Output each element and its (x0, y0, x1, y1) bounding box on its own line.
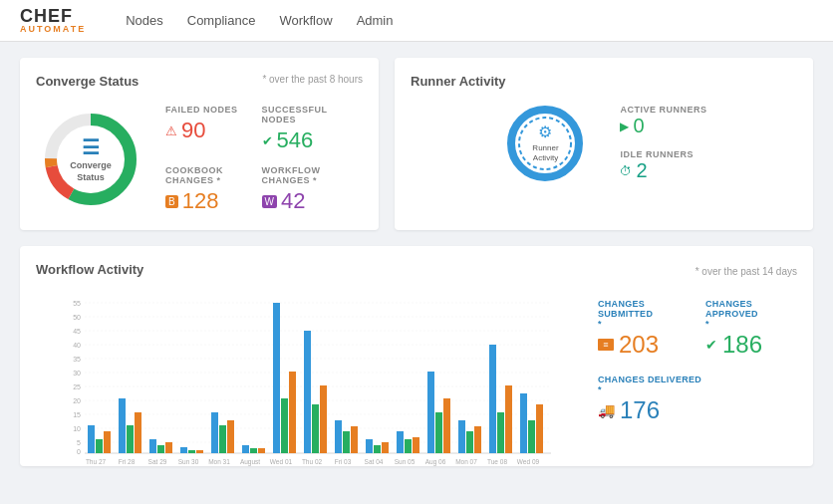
wf-submitted-value: ≡ 203 (598, 331, 690, 359)
runner-idle: IDLE RUNNERS ⏱ 2 (620, 149, 706, 182)
bar (343, 431, 350, 453)
svg-text:20: 20 (73, 397, 81, 404)
svg-text:30: 30 (73, 370, 81, 377)
stat-failed-label: FAILED NODES (165, 105, 238, 115)
wf-delivered-label: CHANGES DELIVERED* (598, 375, 797, 394)
bar (536, 404, 543, 453)
bar (96, 439, 103, 453)
bar (188, 450, 195, 453)
svg-text:10: 10 (73, 425, 81, 432)
runner-active-label: ACTIVE RUNNERS (620, 105, 706, 115)
nav-admin[interactable]: Admin (357, 13, 394, 28)
workflow-subtitle: * over the past 14 days (695, 266, 797, 277)
workflow-activity-card: Workflow Activity * over the past 14 day… (20, 246, 813, 466)
bar (366, 439, 373, 453)
bar (413, 437, 419, 453)
converge-donut-label: ☰ Converge Status (70, 134, 112, 183)
stat-cookbook-value: B 128 (165, 188, 238, 214)
bar (273, 303, 280, 453)
svg-text:Sat 29: Sat 29 (148, 458, 167, 465)
bar (528, 420, 535, 453)
stat-cookbook-changes: COOKBOOKCHANGES * B 128 (165, 165, 238, 214)
bar (304, 331, 311, 453)
bar (196, 450, 203, 453)
bar (374, 445, 381, 453)
converge-status-card: Converge Status * over the past 8 hours (20, 58, 379, 230)
svg-text:August: August (240, 458, 260, 466)
bar (397, 431, 404, 453)
stat-workflow-changes: WORKFLOWCHANGES * W 42 (262, 165, 335, 214)
bar (119, 398, 126, 453)
bar (211, 412, 218, 453)
workflow-stats: CHANGES SUBMITTED* ≡ 203 CHANGES APPROVE… (598, 291, 797, 450)
svg-text:Thu 27: Thu 27 (86, 458, 107, 465)
wf-approved-value: ✔ 186 (705, 331, 797, 359)
stat-cookbook-label: COOKBOOKCHANGES * (165, 165, 238, 185)
bar (258, 448, 265, 453)
runner-header: Runner Activity (411, 74, 797, 89)
main-content: Converge Status * over the past 8 hours (0, 42, 833, 482)
svg-text:Sat 04: Sat 04 (365, 458, 384, 465)
bar (474, 426, 481, 453)
wf-stat-approved: CHANGES APPROVED* ✔ 186 (705, 299, 797, 359)
bar (135, 412, 141, 453)
converge-body: ☰ Converge Status FAILED NODES ⚠ 90 SUCC… (36, 105, 363, 214)
wf-approved-label: CHANGES APPROVED* (705, 299, 797, 329)
bar (320, 385, 327, 453)
stat-successful-nodes: SUCCESSFULNODES ✔ 546 (262, 105, 335, 153)
converge-stats: FAILED NODES ⚠ 90 SUCCESSFULNODES ✔ 546 … (165, 105, 334, 214)
runner-stats: ACTIVE RUNNERS ▶ 0 IDLE RUNNERS ⏱ 2 (620, 105, 706, 182)
bar (157, 445, 164, 453)
bar (335, 420, 342, 453)
top-row: Converge Status * over the past 8 hours (20, 58, 813, 230)
svg-text:Mon 07: Mon 07 (455, 458, 477, 465)
svg-text:Thu 02: Thu 02 (302, 458, 323, 465)
bar (281, 398, 288, 453)
bar (435, 412, 442, 453)
nav-workflow[interactable]: Workflow (279, 13, 332, 28)
bar (104, 431, 111, 453)
nav-compliance[interactable]: Compliance (187, 13, 256, 28)
bar (520, 393, 527, 453)
workflow-chart: 55 50 45 40 35 30 25 20 15 10 5 0 (36, 291, 578, 450)
wf-submitted-label: CHANGES SUBMITTED* (598, 299, 690, 329)
runner-title: Runner Activity (411, 74, 506, 89)
svg-text:45: 45 (73, 328, 81, 335)
main-nav: Nodes Compliance Workflow Admin (126, 13, 393, 28)
workflow-body: 55 50 45 40 35 30 25 20 15 10 5 0 (36, 291, 797, 450)
stat-failed-nodes: FAILED NODES ⚠ 90 (165, 105, 238, 153)
bar (312, 404, 319, 453)
bar (219, 425, 226, 453)
runner-idle-label: IDLE RUNNERS (620, 149, 706, 159)
workflow-header: Workflow Activity * over the past 14 day… (36, 262, 797, 281)
bar (427, 372, 434, 453)
header: CHEF AUTOMATE Nodes Compliance Workflow … (0, 0, 833, 42)
converge-title: Converge Status (36, 74, 139, 89)
logo-chef: CHEF (20, 7, 86, 25)
svg-text:Sun 05: Sun 05 (395, 458, 416, 465)
bar (289, 372, 296, 453)
stat-failed-value: ⚠ 90 (165, 118, 238, 143)
logo-automate: AUTOMATE (20, 25, 86, 34)
svg-text:Tue 08: Tue 08 (487, 458, 507, 465)
bar (405, 439, 412, 453)
bar (250, 448, 257, 453)
wf-stat-submitted: CHANGES SUBMITTED* ≡ 203 (598, 299, 690, 359)
chart-svg: 55 50 45 40 35 30 25 20 15 10 5 0 (36, 291, 578, 470)
bar (88, 425, 95, 453)
bar (489, 345, 496, 453)
svg-text:0: 0 (77, 448, 81, 455)
bar (443, 398, 450, 453)
stat-successful-label: SUCCESSFULNODES (262, 105, 335, 125)
svg-text:35: 35 (73, 356, 81, 363)
workflow-title: Workflow Activity (36, 262, 143, 277)
svg-text:Sun 30: Sun 30 (178, 458, 199, 465)
svg-text:Mon 31: Mon 31 (208, 458, 230, 465)
nav-nodes[interactable]: Nodes (126, 13, 163, 28)
svg-text:Aug 06: Aug 06 (425, 458, 446, 466)
bar (505, 385, 512, 453)
runner-idle-value: ⏱ 2 (620, 159, 706, 182)
bar (351, 426, 358, 453)
runner-donut: ⚙ Runner Activity (500, 99, 590, 188)
runner-active-value: ▶ 0 (620, 115, 706, 137)
